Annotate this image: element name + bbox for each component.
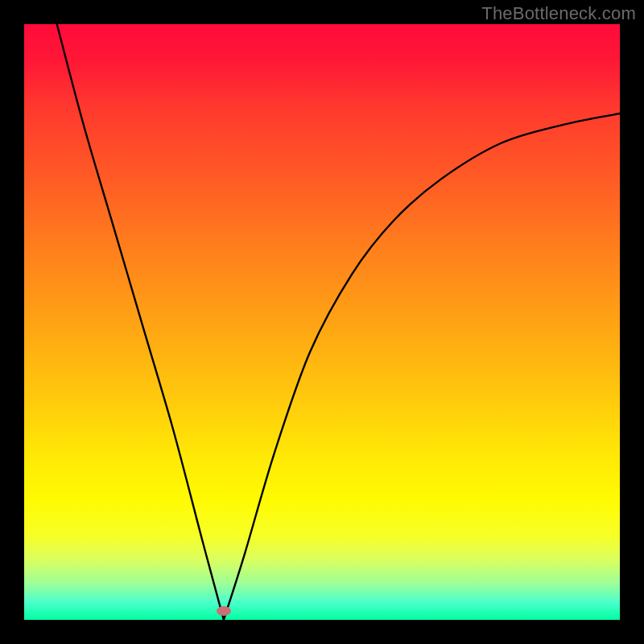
chart-area [24, 24, 620, 620]
bottleneck-curve [24, 24, 620, 620]
watermark-text: TheBottleneck.com [481, 3, 636, 24]
optimum-marker [217, 606, 231, 616]
